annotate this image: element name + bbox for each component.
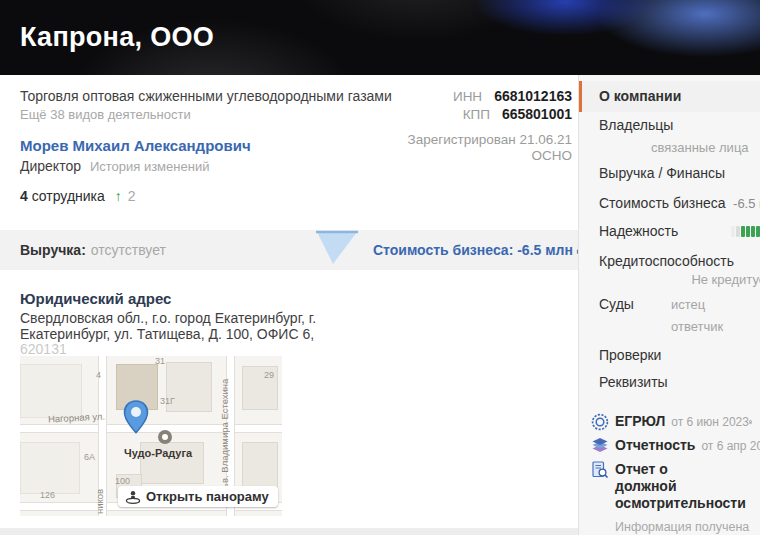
sidebar-item-courts[interactable]: Судыистец ответчик xyxy=(579,290,760,341)
sidebar-item-business-value[interactable]: Стоимость бизнеса -6.5 м xyxy=(579,186,760,221)
company-header: Капрона, ООО xyxy=(0,0,760,75)
map-street-label: ников xyxy=(94,470,105,514)
diligence-report-icon xyxy=(591,461,609,479)
reports-date: от 6 апр 2023 xyxy=(701,439,760,453)
map-house-number: 100 xyxy=(115,476,130,486)
inn-label: ИНН xyxy=(453,89,482,104)
reports-stack-icon xyxy=(591,437,609,455)
reliability-indicator xyxy=(731,226,760,237)
poi-circle-icon xyxy=(158,430,172,444)
panorama-icon xyxy=(125,490,141,504)
sidebar-item-owners[interactable]: Владельцы xyxy=(579,112,760,139)
sidebar-documents: ЕГРЮЛ от 6 июн 2023 Отчетность от 6 апр … xyxy=(579,410,760,535)
egrul-link[interactable]: ЕГРЮЛ от 6 июн 2023 xyxy=(579,410,760,434)
map-pin-icon xyxy=(123,400,149,434)
company-name: Капрона, ООО xyxy=(20,22,214,53)
sidebar-item-reliability[interactable]: Надежность xyxy=(579,221,760,249)
map-house-number: 126 xyxy=(40,490,55,500)
sidebar-item-finance[interactable]: Выручка / Финансы xyxy=(579,159,760,186)
registration-date: Зарегистрирован 21.06.21 xyxy=(408,132,572,148)
map-building xyxy=(20,364,82,418)
diligence-report-label: Отчет о должной осмотрительности xyxy=(615,461,733,512)
revenue-value: отсутствует xyxy=(91,242,166,258)
main-activity: Торговля оптовая сжиженными углеводородн… xyxy=(20,88,408,105)
reports-label: Отчетность xyxy=(615,437,695,454)
sidebar-item-label: Выручка / Финансы xyxy=(599,165,725,181)
sidebar-item-label: Стоимость бизнеса xyxy=(599,195,726,212)
address-map[interactable]: 31 4 29 31Г 6А 100 2 126 Нагорная ул. ул… xyxy=(20,356,282,516)
overview-top: Торговля оптовая сжиженными углеводородн… xyxy=(0,75,578,205)
growth-arrow-icon: ↑ xyxy=(115,188,122,204)
sidebar-item-label: Реквизиты xyxy=(599,374,668,390)
employees-growth-value: 2 xyxy=(128,188,136,204)
company-page: Капрона, ООО Торговля оптовая сжиженными… xyxy=(0,0,760,535)
sidebar-item-inspections[interactable]: Проверки xyxy=(579,341,760,368)
registration-block: ИНН6681012163 КПП665801001 Зарегистриров… xyxy=(408,88,572,205)
sidebar-item-label: Владельцы xyxy=(599,117,673,133)
legal-address-section: Юридический адрес Свердловская обл., г.о… xyxy=(0,290,578,516)
map-house-number: 4 xyxy=(96,370,101,380)
main-content: Торговля оптовая сжиженными углеводородн… xyxy=(0,75,578,535)
sidebar-item-label: Проверки xyxy=(599,347,661,363)
sidebar-item-about[interactable]: О компании xyxy=(579,81,760,112)
map-house-number: 31Г xyxy=(160,396,175,406)
sidebar-item-label: О компании xyxy=(599,88,681,104)
employees-label: сотрудника xyxy=(32,188,105,204)
inn-value: 6681012163 xyxy=(494,88,572,104)
sidebar-item-creditworthiness[interactable]: Кредитоспособность Не кредитуе xyxy=(579,249,760,290)
sidebar-nav: О компании Владельцы связанные лица Выру… xyxy=(579,81,760,395)
director-name-link[interactable]: Морев Михаил Александрович xyxy=(20,137,408,155)
trend-triangle-icon xyxy=(316,230,358,266)
map-building xyxy=(242,442,278,488)
map-street-label: ульв. Владимира Естехина xyxy=(219,370,230,498)
finance-band: Выручка: отсутствует Стоимость бизнеса: … xyxy=(0,230,578,270)
sidebar: О компании Владельцы связанные лица Выру… xyxy=(578,75,760,535)
egrul-label: ЕГРЮЛ xyxy=(615,413,665,430)
business-value-link[interactable]: Стоимость бизнеса: -6.5 млн ₽ xyxy=(373,242,586,258)
director-role: Директор xyxy=(20,158,81,174)
egrul-stamp-icon xyxy=(591,413,609,431)
not-credited-note: Не кредитуе xyxy=(599,270,760,290)
map-house-number: 31 xyxy=(155,356,165,366)
kpp-value: 665801001 xyxy=(502,106,572,122)
tax-mode: ОСНО xyxy=(408,148,572,164)
poi-label: Чудо-Радуга xyxy=(124,447,192,459)
sources-footnote: Информация получена из официальных источ… xyxy=(615,519,752,535)
courts-defendant-link[interactable]: ответчик xyxy=(599,313,760,337)
legal-address-title: Юридический адрес xyxy=(20,290,558,307)
sidebar-item-label: Кредитоспособность xyxy=(599,253,734,269)
history-of-changes-link[interactable]: История изменений xyxy=(90,159,210,174)
more-activities-link[interactable]: Ещё 38 видов деятельности xyxy=(20,107,191,123)
map-house-number: 29 xyxy=(264,370,274,380)
map-house-number: 6А xyxy=(84,452,95,462)
kpp-label: КПП xyxy=(463,107,490,122)
legal-address-zip: 620131 xyxy=(20,342,558,356)
legal-address-text: Свердловская обл., г.о. город Екатеринбу… xyxy=(20,311,376,342)
bottom-divider xyxy=(0,528,578,535)
egrul-date: от 6 июн 2023 xyxy=(671,415,749,429)
sidebar-item-label: Надежность xyxy=(599,223,678,240)
reports-link[interactable]: Отчетность от 6 апр 2023 xyxy=(579,434,760,458)
map-road xyxy=(20,424,282,433)
sidebar-item-requisites[interactable]: Реквизиты xyxy=(579,368,760,395)
open-panorama-label: Открыть панораму xyxy=(146,489,269,504)
business-value-short: -6.5 м xyxy=(733,195,760,212)
courts-plaintiff-link[interactable]: истец xyxy=(671,297,705,312)
revenue-label: Выручка: xyxy=(20,242,86,258)
sidebar-item-label: Суды xyxy=(599,296,653,313)
open-panorama-button[interactable]: Открыть панораму xyxy=(118,486,278,507)
employees-count: 4 xyxy=(20,188,28,204)
diligence-report-link[interactable]: Отчет о должной осмотрительности xyxy=(579,458,760,515)
award-medal-icon xyxy=(749,414,752,430)
related-persons-link[interactable]: связанные лица xyxy=(579,139,760,159)
map-building xyxy=(20,442,80,494)
employees-row: 4 сотрудника ↑ 2 xyxy=(20,188,408,205)
map-street-label: Нагорная ул. xyxy=(48,411,106,425)
